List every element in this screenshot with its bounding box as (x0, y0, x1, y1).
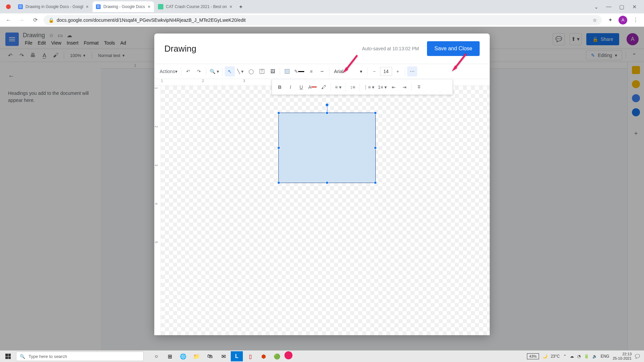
taskbar-clock[interactable]: 22:13 25-10-2021 (613, 352, 632, 361)
canvas-ruler-vertical: 12345 (154, 86, 161, 335)
line-tool[interactable]: ╲ ▾ (235, 66, 246, 76)
chrome-icon[interactable]: 🟢 (271, 351, 283, 361)
autosave-status: Auto-saved at 10:13:02 PM (362, 46, 419, 51)
windows-taskbar: 🔍 Type here to search ○ ⊞ 🌐 📁 🛍 ✉ L ▯ ⬢ … (0, 350, 644, 362)
onedrive-icon[interactable]: ☁ (570, 354, 574, 359)
underline-button[interactable]: U (296, 82, 306, 92)
task-view-icon[interactable]: ⊞ (164, 351, 176, 361)
notifications-icon[interactable]: 💬 (635, 354, 640, 359)
undo-button[interactable]: ↶ (183, 66, 193, 76)
tab-0[interactable]: Drawing in Google Docs - Googl × (15, 1, 92, 12)
font-size-decrease[interactable]: − (369, 66, 379, 76)
rotate-handle[interactable] (326, 104, 328, 106)
browser-tab-strip: Drawing in Google Docs - Googl × Drawing… (0, 0, 644, 13)
close-window-button[interactable]: ✕ (631, 4, 637, 10)
weather-icon[interactable]: 🌙 (542, 354, 547, 359)
rectangle-shape[interactable] (278, 113, 376, 183)
cortana-icon[interactable]: ○ (150, 351, 162, 361)
font-size-input[interactable] (380, 67, 392, 76)
mcafee-icon[interactable]: ▯ (244, 351, 256, 361)
redo-button[interactable]: ↷ (194, 66, 204, 76)
tab-2[interactable]: CAT Crash Course 2021 - Best on × (155, 1, 236, 12)
chrome-menu-button[interactable]: ⋮ (631, 15, 641, 25)
image-tool[interactable]: 🖼 (268, 66, 278, 76)
search-placeholder: Type here to search (29, 354, 67, 359)
maximize-button[interactable]: ▢ (619, 4, 625, 10)
new-tab-button[interactable]: ＋ (236, 2, 246, 11)
battery-icon[interactable]: 🔋 (584, 354, 589, 359)
bullet-list-button[interactable]: ⋮≡ ▾ (362, 82, 376, 92)
text-color-button[interactable]: A (307, 82, 318, 92)
bold-button[interactable]: B (275, 82, 285, 92)
resize-handle-w[interactable] (277, 146, 280, 149)
taskbar-search[interactable]: 🔍 Type here to search (16, 352, 144, 361)
search-icon: 🔍 (20, 354, 25, 359)
screenrec-icon[interactable] (284, 351, 292, 359)
star-icon[interactable]: ☆ (593, 17, 597, 23)
record-icon (6, 4, 11, 9)
resize-handle-nw[interactable] (277, 112, 280, 114)
resize-handle-e[interactable] (374, 146, 377, 149)
align-button[interactable]: ≡ ▾ (333, 82, 343, 92)
tray-chevron-icon[interactable]: ⌃ (563, 354, 567, 359)
zoom-button[interactable]: 🔍 ▾ (208, 66, 220, 76)
font-size-increase[interactable]: + (393, 66, 403, 76)
border-color-button[interactable]: ✎ (293, 66, 306, 76)
dialog-title: Drawing (164, 44, 196, 54)
line-spacing-button[interactable]: ↕≡ (347, 82, 358, 92)
annotation-arrow-2 (451, 52, 468, 73)
drawing-toolbar: Actions ▾ ↶ ↷ 🔍 ▾ ↖ ╲ ▾ ◯ 🅃 🖼 ✎ ≡ ┅ Aria… (154, 64, 490, 79)
lock-icon: 🔒 (48, 17, 54, 23)
store-icon[interactable]: 🛍 (204, 351, 216, 361)
indent-increase-button[interactable]: ⇥ (399, 82, 410, 92)
actions-menu[interactable]: Actions ▾ (158, 66, 179, 76)
back-button[interactable]: ← (3, 15, 13, 25)
fill-color-button[interactable] (282, 66, 292, 76)
extensions-button[interactable]: ✦ (605, 15, 615, 25)
number-list-button[interactable]: 1≡ ▾ (376, 82, 388, 92)
clear-format-button[interactable]: T (414, 82, 424, 92)
resize-handle-ne[interactable] (374, 112, 377, 114)
border-dash-button[interactable]: ┅ (317, 66, 327, 76)
resize-handle-sw[interactable] (277, 181, 280, 184)
url-text: docs.google.com/document/d/1Nsqaf4_PGevS… (57, 17, 246, 23)
close-icon[interactable]: × (148, 4, 150, 9)
italic-button[interactable]: I (285, 82, 296, 92)
resize-handle-s[interactable] (326, 181, 328, 184)
site-favicon-icon (158, 4, 163, 9)
more-options-button[interactable]: ⋯ (407, 66, 417, 76)
tab-title: Drawing in Google Docs - Googl (25, 4, 83, 9)
mail-icon[interactable]: ✉ (217, 351, 229, 361)
network-icon[interactable]: ◔ (577, 354, 581, 359)
language-indicator[interactable]: ENG (601, 354, 609, 359)
close-icon[interactable]: × (229, 4, 232, 9)
reload-button[interactable]: ⟳ (30, 15, 40, 25)
border-weight-button[interactable]: ≡ (306, 66, 316, 76)
tab-1-active[interactable]: Drawing - Google Docs × (93, 1, 154, 12)
close-icon[interactable]: × (86, 4, 89, 9)
shape-tool[interactable]: ◯ (246, 66, 256, 76)
tab-recording[interactable] (3, 1, 14, 12)
tab-dropdown-icon[interactable]: ⌄ (593, 4, 599, 10)
app-l-icon[interactable]: L (231, 351, 243, 361)
office-icon[interactable]: ⬢ (258, 351, 270, 361)
explorer-icon[interactable]: 📁 (191, 351, 203, 361)
resize-handle-n[interactable] (326, 112, 328, 114)
indent-decrease-button[interactable]: ⇤ (389, 82, 399, 92)
resize-handle-se[interactable] (374, 181, 377, 184)
tab-title: CAT Crash Course 2021 - Best on (166, 4, 227, 9)
drawing-canvas-area: 12345678 12345 (154, 79, 490, 335)
battery-status[interactable]: 43% (527, 353, 539, 359)
profile-avatar[interactable]: A (619, 16, 627, 24)
start-button[interactable] (1, 351, 15, 361)
address-bar[interactable]: 🔒 docs.google.com/document/d/1Nsqaf4_PGe… (44, 15, 602, 25)
textbox-tool[interactable]: 🅃 (257, 66, 267, 76)
highlight-button[interactable]: 🖍 (319, 82, 329, 92)
edge-icon[interactable]: 🌐 (177, 351, 189, 361)
forward-button[interactable]: → (17, 15, 27, 25)
minimize-button[interactable]: — (606, 4, 612, 10)
docs-favicon-icon (96, 4, 101, 9)
volume-icon[interactable]: 🔉 (592, 354, 597, 359)
select-tool[interactable]: ↖ (225, 66, 235, 76)
drawing-canvas[interactable] (161, 86, 490, 335)
